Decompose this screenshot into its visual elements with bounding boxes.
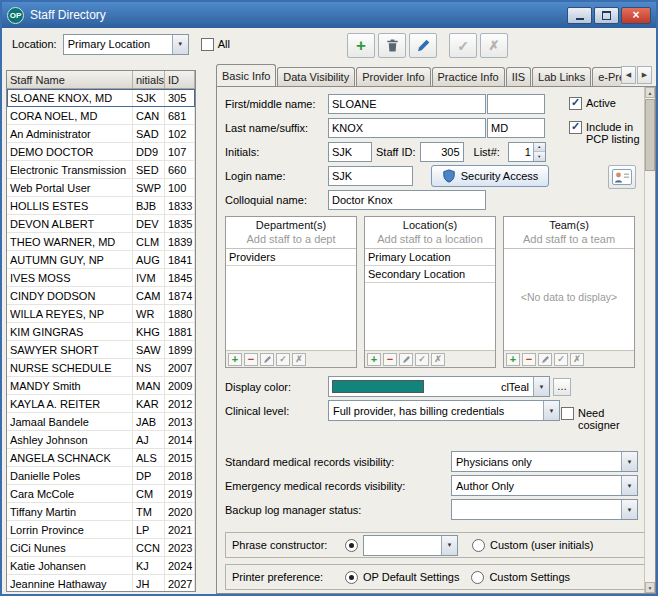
panel-item[interactable]: Primary Location (365, 249, 495, 266)
edit-staff-button[interactable] (409, 33, 437, 58)
tab-iis[interactable]: IIS (506, 67, 531, 86)
staff-row[interactable]: CiCi NunesCCN2023 (7, 539, 195, 557)
staff-row[interactable]: An AdministratorSAD102 (7, 125, 195, 143)
cancel-staff-button[interactable]: ✗ (480, 33, 508, 58)
chevron-down-icon[interactable]: ▼ (533, 377, 549, 396)
staff-row[interactable]: IVES MOSSIVM1845 (7, 269, 195, 287)
chevron-down-icon[interactable]: ▼ (441, 536, 457, 555)
panel-cancel-button[interactable]: ✗ (431, 353, 445, 366)
panel-remove-button[interactable]: − (244, 353, 258, 366)
staff-row[interactable]: Danielle PolesDP2018 (7, 467, 195, 485)
list-number-stepper[interactable]: ▲ ▼ (508, 142, 546, 162)
spinner-down-icon[interactable]: ▼ (534, 152, 545, 161)
panel-add-button[interactable]: + (228, 353, 242, 366)
minimize-button[interactable] (567, 7, 592, 24)
panel-edit-button[interactable] (260, 353, 274, 366)
staff-row[interactable]: KIM GINGRASKHG1881 (7, 323, 195, 341)
display-color-select[interactable]: clTeal ▼ (328, 376, 550, 397)
add-staff-button[interactable]: + (347, 33, 375, 58)
panel-add-button[interactable]: + (367, 353, 381, 366)
scroll-down-button[interactable]: ▼ (645, 582, 655, 593)
column-header-staff-name[interactable]: Staff Name (7, 71, 133, 88)
staff-row[interactable]: MANDY SmithMAN2009 (7, 377, 195, 395)
staff-row[interactable]: Web Portal UserSWP100 (7, 179, 195, 197)
tab-scroll-left-button[interactable]: ◀ (621, 66, 636, 84)
maximize-button[interactable] (594, 7, 619, 24)
panel-cancel-button[interactable]: ✗ (292, 353, 306, 366)
form-scrollbar[interactable]: ▲ ▼ (644, 87, 655, 593)
staff-row[interactable]: CORA NOEL, MDCAN681 (7, 107, 195, 125)
scrollbar-thumb[interactable] (645, 99, 655, 171)
chevron-down-icon[interactable]: ▼ (621, 500, 637, 519)
backup-log-manager-select[interactable]: ▼ (451, 499, 638, 520)
need-cosigner-checkbox[interactable]: Need cosigner (561, 407, 623, 431)
title-bar[interactable]: OP Staff Directory × (2, 2, 656, 28)
tab-e-pres[interactable]: e-Pres (592, 67, 621, 86)
printer-default-radio[interactable] (345, 571, 358, 584)
save-staff-button[interactable]: ✓ (449, 33, 477, 58)
staff-row[interactable]: Ashley JohnsonAJ2014 (7, 431, 195, 449)
column-header-id[interactable]: ID (165, 71, 195, 88)
staff-row[interactable]: AUTUMN GUY, NPAUG1841 (7, 251, 195, 269)
phrase-constructor-select[interactable]: ▼ (363, 535, 458, 556)
spinner-up-icon[interactable]: ▲ (534, 143, 545, 153)
panel-remove-button[interactable]: − (383, 353, 397, 366)
panel-save-button[interactable]: ✓ (276, 353, 290, 366)
first-name-input[interactable] (328, 94, 486, 114)
phrase-standard-radio[interactable] (345, 539, 358, 552)
staff-row[interactable]: Cara McColeCM2019 (7, 485, 195, 503)
staff-row[interactable]: Jeannine HathawayJH2027 (7, 575, 195, 592)
panel-remove-button[interactable]: − (522, 353, 536, 366)
all-checkbox[interactable] (201, 38, 214, 51)
color-picker-more-button[interactable]: … (553, 378, 571, 396)
staff-row[interactable]: DEMO DOCTORDD9107 (7, 143, 195, 161)
staff-contact-card-button[interactable] (608, 165, 636, 189)
staff-row[interactable]: WILLA REYES, NPWR1880 (7, 305, 195, 323)
staff-row[interactable]: KAYLA A. REITERKAR2012 (7, 395, 195, 413)
active-checkbox-box[interactable]: ✓ (569, 97, 582, 110)
pcp-listing-checkbox[interactable]: ✓ Include in PCP listing (569, 121, 644, 145)
panel-edit-button[interactable] (399, 353, 413, 366)
panel-edit-button[interactable] (538, 353, 552, 366)
chevron-down-icon[interactable]: ▼ (621, 452, 637, 471)
last-name-input[interactable] (328, 118, 486, 138)
chevron-down-icon[interactable]: ▼ (621, 476, 637, 495)
clinical-level-select[interactable]: Full provider, has billing credentials ▼ (328, 400, 560, 421)
chevron-down-icon[interactable]: ▼ (172, 35, 188, 54)
staff-id-input[interactable] (420, 142, 464, 162)
tab-practice-info[interactable]: Practice Info (432, 67, 505, 86)
staff-row[interactable]: HOLLIS ESTESBJB1833 (7, 197, 195, 215)
staff-row[interactable]: Electronic TransmissionSED660 (7, 161, 195, 179)
panel-item[interactable]: Secondary Location (365, 266, 495, 283)
staff-row[interactable]: THEO WARNER, MDCLM1839 (7, 233, 195, 251)
close-button[interactable]: × (621, 7, 651, 24)
staff-row[interactable]: NURSE SCHEDULENS2007 (7, 359, 195, 377)
staff-row[interactable]: SAWYER SHORTSAW1899 (7, 341, 195, 359)
printer-custom-radio[interactable] (471, 571, 484, 584)
panel-placeholder[interactable]: Add staff to a location (365, 231, 495, 249)
tab-scroll-right-button[interactable]: ▶ (637, 66, 652, 84)
staff-row[interactable]: DEVON ALBERTDEV1835 (7, 215, 195, 233)
panel-cancel-button[interactable]: ✗ (570, 353, 584, 366)
tab-basic-info[interactable]: Basic Info (216, 64, 276, 86)
tab-lab-links[interactable]: Lab Links (532, 67, 591, 86)
delete-staff-button[interactable] (378, 33, 406, 58)
staff-row[interactable]: SLOANE KNOX, MDSJK305 (7, 89, 195, 107)
staff-row[interactable]: ANGELA SCHNACKALS2015 (7, 449, 195, 467)
panel-placeholder[interactable]: Add staff to a dept (226, 231, 356, 249)
middle-name-input[interactable] (487, 94, 545, 114)
panel-save-button[interactable]: ✓ (415, 353, 429, 366)
panel-placeholder[interactable]: Add staff to a team (504, 231, 634, 249)
tab-provider-info[interactable]: Provider Info (356, 67, 430, 86)
panel-add-button[interactable]: + (506, 353, 520, 366)
staff-row[interactable]: Jamaal BandeleJAB2013 (7, 413, 195, 431)
active-checkbox[interactable]: ✓ Active (569, 97, 616, 110)
staff-row[interactable]: Katie JohansenKJ2024 (7, 557, 195, 575)
location-select[interactable]: Primary Location ▼ (63, 34, 189, 55)
phrase-custom-radio[interactable] (472, 539, 485, 552)
initials-input[interactable] (328, 142, 372, 162)
panel-save-button[interactable]: ✓ (554, 353, 568, 366)
login-name-input[interactable] (328, 166, 413, 186)
security-access-button[interactable]: Security Access (431, 165, 549, 187)
panel-item[interactable]: Providers (226, 249, 356, 266)
